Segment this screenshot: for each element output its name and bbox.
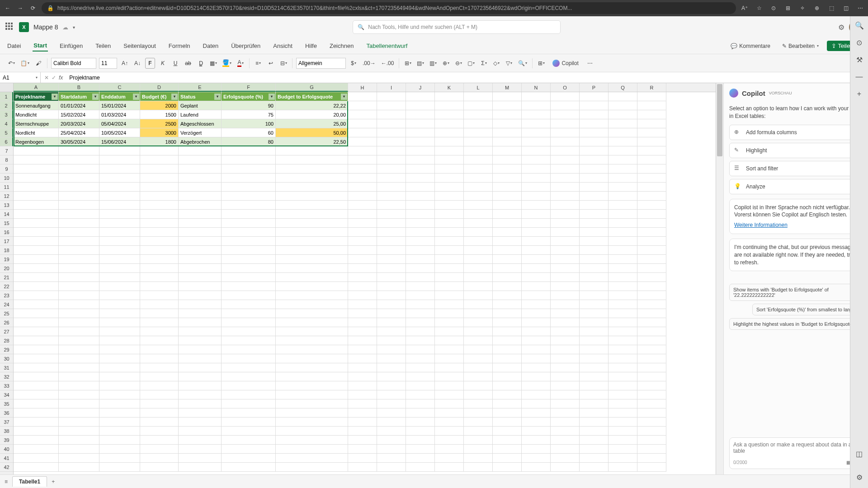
more-icon[interactable]: ⋯ xyxy=(856,4,864,12)
cell-M25[interactable] xyxy=(493,309,522,318)
cell-C9[interactable] xyxy=(99,164,140,174)
cell-C42[interactable] xyxy=(99,463,140,472)
cell-R24[interactable] xyxy=(637,300,666,309)
cell-L1[interactable] xyxy=(464,92,493,101)
cell-H22[interactable] xyxy=(348,282,377,291)
cell-P17[interactable] xyxy=(580,237,609,246)
cell-Q23[interactable] xyxy=(609,291,637,300)
cell-G29[interactable] xyxy=(276,345,348,354)
chat-sidebar-icon[interactable]: ⊙ xyxy=(855,38,864,47)
cell-B33[interactable] xyxy=(59,381,99,390)
row-header-41[interactable]: 41 xyxy=(0,454,13,463)
cell-O42[interactable] xyxy=(551,463,580,472)
cell-D40[interactable] xyxy=(140,445,179,454)
cell-I11[interactable] xyxy=(377,183,406,192)
cell-J37[interactable] xyxy=(406,418,435,427)
row-header-37[interactable]: 37 xyxy=(0,418,13,427)
cell-M13[interactable] xyxy=(493,201,522,210)
cell-H41[interactable] xyxy=(348,454,377,463)
cell-C7[interactable] xyxy=(99,146,140,155)
cell-C16[interactable] xyxy=(99,228,140,237)
column-header-B[interactable]: B xyxy=(59,83,99,92)
cell-J38[interactable] xyxy=(406,427,435,436)
cell-B28[interactable] xyxy=(59,336,99,345)
cell-E28[interactable] xyxy=(179,336,222,345)
cell-B7[interactable] xyxy=(59,146,99,155)
cell-J13[interactable] xyxy=(406,201,435,210)
app-launcher-icon[interactable] xyxy=(5,23,14,32)
cell-O6[interactable] xyxy=(551,137,580,146)
cell-K23[interactable] xyxy=(435,291,464,300)
cell-C1[interactable]: Enddatum▾ xyxy=(99,92,140,101)
cell-O18[interactable] xyxy=(551,246,580,255)
cell-H42[interactable] xyxy=(348,463,377,472)
url-bar[interactable]: 🔒 https://onedrive.live.com/edit?action=… xyxy=(42,2,736,14)
cell-E3[interactable]: Laufend xyxy=(179,110,222,119)
paste-button[interactable]: 📋▾ xyxy=(19,58,31,69)
format-painter-button[interactable]: 🖌 xyxy=(33,58,43,69)
cell-K6[interactable] xyxy=(435,137,464,146)
cell-O12[interactable] xyxy=(551,192,580,201)
cell-A31[interactable] xyxy=(14,363,59,372)
cell-B10[interactable] xyxy=(59,174,99,183)
italic-button[interactable]: K xyxy=(158,58,168,69)
cell-D30[interactable] xyxy=(140,354,179,363)
cell-M14[interactable] xyxy=(493,210,522,219)
column-header-P[interactable]: P xyxy=(580,83,609,92)
cell-C17[interactable] xyxy=(99,237,140,246)
cell-N5[interactable] xyxy=(522,128,551,137)
decrease-font-button[interactable]: A↓ xyxy=(132,58,142,69)
cell-D20[interactable] xyxy=(140,264,179,273)
cell-G21[interactable] xyxy=(276,273,348,282)
cell-A28[interactable] xyxy=(14,336,59,345)
cell-C8[interactable] xyxy=(99,155,140,164)
cell-D37[interactable] xyxy=(140,418,179,427)
cell-Q37[interactable] xyxy=(609,418,637,427)
column-header-J[interactable]: J xyxy=(406,83,435,92)
cell-P29[interactable] xyxy=(580,345,609,354)
cell-H25[interactable] xyxy=(348,309,377,318)
cell-A15[interactable] xyxy=(14,219,59,228)
cell-G19[interactable] xyxy=(276,255,348,264)
cell-A32[interactable] xyxy=(14,372,59,381)
cell-R32[interactable] xyxy=(637,372,666,381)
cell-G34[interactable] xyxy=(276,390,348,399)
cell-L29[interactable] xyxy=(464,345,493,354)
font-size-select[interactable] xyxy=(99,58,117,69)
cell-E6[interactable]: Abgebrochen xyxy=(179,137,222,146)
cell-I40[interactable] xyxy=(377,445,406,454)
cell-D33[interactable] xyxy=(140,381,179,390)
text-size-icon[interactable]: A⁺ xyxy=(741,4,749,12)
cell-L9[interactable] xyxy=(464,164,493,174)
cell-C21[interactable] xyxy=(99,273,140,282)
cell-I37[interactable] xyxy=(377,418,406,427)
cell-R13[interactable] xyxy=(637,201,666,210)
back-icon[interactable]: ← xyxy=(4,4,12,12)
cell-J14[interactable] xyxy=(406,210,435,219)
cell-O8[interactable] xyxy=(551,155,580,164)
row-header-32[interactable]: 32 xyxy=(0,372,13,381)
cell-R25[interactable] xyxy=(637,309,666,318)
copilot-more-info-link[interactable]: Weitere Informationen xyxy=(734,221,788,229)
cell-K18[interactable] xyxy=(435,246,464,255)
filter-dropdown-icon[interactable]: ▾ xyxy=(133,94,139,100)
extension-icon[interactable]: ⬚ xyxy=(827,4,835,12)
cell-Q38[interactable] xyxy=(609,427,637,436)
tab-seitenlayout[interactable]: Seitenlayout xyxy=(123,41,157,51)
cell-P28[interactable] xyxy=(580,336,609,345)
collections-icon[interactable]: ⊕ xyxy=(813,4,821,12)
cell-P19[interactable] xyxy=(580,255,609,264)
cell-K24[interactable] xyxy=(435,300,464,309)
cell-K15[interactable] xyxy=(435,219,464,228)
row-header-29[interactable]: 29 xyxy=(0,345,13,354)
cell-P25[interactable] xyxy=(580,309,609,318)
row-header-42[interactable]: 42 xyxy=(0,463,13,472)
cell-D29[interactable] xyxy=(140,345,179,354)
cell-B41[interactable] xyxy=(59,454,99,463)
cell-A11[interactable] xyxy=(14,183,59,192)
cell-G32[interactable] xyxy=(276,372,348,381)
cell-Q6[interactable] xyxy=(609,137,637,146)
cell-H6[interactable] xyxy=(348,137,377,146)
column-header-H[interactable]: H xyxy=(348,83,377,92)
cell-M22[interactable] xyxy=(493,282,522,291)
